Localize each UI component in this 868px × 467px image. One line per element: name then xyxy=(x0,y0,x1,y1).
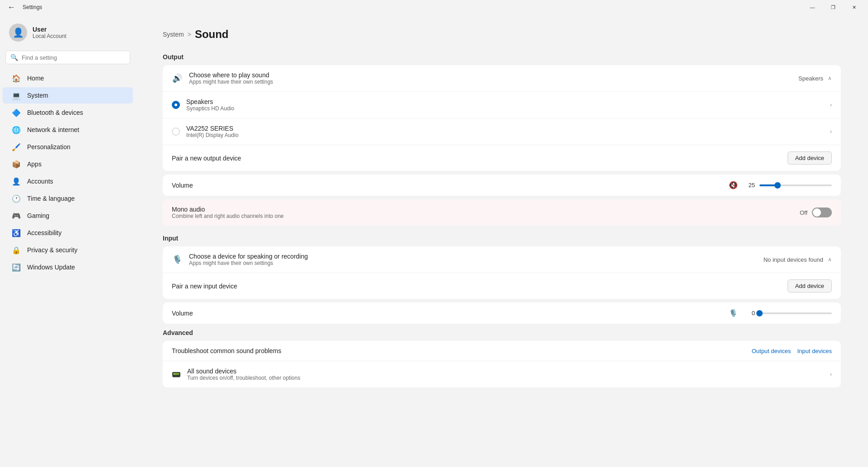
output-mute-icon[interactable]: 🔇 xyxy=(729,181,738,189)
troubleshoot-row: Troubleshoot common sound problems Outpu… xyxy=(163,341,841,361)
back-button[interactable]: ← xyxy=(4,1,19,14)
sidebar-item-home[interactable]: 🏠 Home xyxy=(3,70,133,86)
content-area: System > Sound Output 🔊 Choose where to … xyxy=(136,14,868,467)
user-info: User Local Account xyxy=(33,26,66,39)
input-chevron-up-icon: ∧ xyxy=(828,256,832,263)
input-volume-value: 0 xyxy=(742,310,755,316)
output-volume-slider[interactable] xyxy=(760,184,832,186)
advanced-card: Troubleshoot common sound problems Outpu… xyxy=(163,341,841,387)
input-volume-slider[interactable] xyxy=(760,312,832,314)
titlebar: ← Settings — ❐ ✕ xyxy=(0,0,868,14)
va2252-radio[interactable] xyxy=(172,127,180,136)
output-device-card: 🔊 Choose where to play sound Apps might … xyxy=(163,65,841,171)
mono-toggle-thumb xyxy=(813,208,821,217)
page-title: Sound xyxy=(195,28,229,41)
pair-output-row: Pair a new output device Add device xyxy=(163,145,841,171)
accounts-icon: 👤 xyxy=(12,177,21,186)
restore-button[interactable]: ❐ xyxy=(823,0,844,14)
output-devices-link[interactable]: Output devices xyxy=(752,348,791,354)
sidebar-item-privacy[interactable]: 🔒 Privacy & security xyxy=(3,242,133,258)
bluetooth-icon: 🔷 xyxy=(12,108,21,117)
output-volume-value: 25 xyxy=(742,182,755,189)
breadcrumb-parent[interactable]: System xyxy=(163,31,184,38)
titlebar-title: Settings xyxy=(23,4,42,10)
close-button[interactable]: ✕ xyxy=(844,0,864,14)
choose-input-label: Choose a device for speaking or recordin… xyxy=(189,253,757,260)
chevron-up-icon: ∧ xyxy=(828,75,832,81)
choose-input-sub: Apps might have their own settings xyxy=(189,260,757,266)
sidebar-item-gaming[interactable]: 🎮 Gaming xyxy=(3,208,133,224)
sidebar-item-system[interactable]: 💻 System xyxy=(3,87,133,104)
speakers-chevron-icon: › xyxy=(830,102,832,108)
input-volume-thumb[interactable] xyxy=(756,310,763,316)
speakers-sub: Synaptics HD Audio xyxy=(186,105,824,112)
sidebar-item-time-label: Time & language xyxy=(27,195,75,202)
sidebar-item-privacy-label: Privacy & security xyxy=(27,246,77,254)
choose-input-value: No input devices found xyxy=(764,256,823,263)
speakers-radio[interactable] xyxy=(172,101,180,109)
all-devices-label: All sound devices xyxy=(187,368,824,375)
sidebar-item-network[interactable]: 🌐 Network & internet xyxy=(3,122,133,138)
all-devices-sub: Turn devices on/off, troubleshoot, other… xyxy=(187,375,824,381)
mono-audio-sub: Combine left and right audio channels in… xyxy=(172,213,793,219)
sidebar: 👤 User Local Account 🔍 🏠 Home 💻 System 🔷… xyxy=(0,14,136,467)
all-devices-icon: 📟 xyxy=(172,370,181,379)
sidebar-item-personalization-label: Personalization xyxy=(27,143,71,151)
all-devices-chevron-icon: › xyxy=(830,371,832,377)
sidebar-item-home-label: Home xyxy=(27,75,44,82)
sidebar-item-accounts-label: Accounts xyxy=(27,178,53,185)
user-name: User xyxy=(33,26,66,33)
sidebar-item-time[interactable]: 🕐 Time & language xyxy=(3,190,133,207)
breadcrumb: System > Sound xyxy=(163,28,841,41)
apps-icon: 📦 xyxy=(12,160,21,169)
speakers-row[interactable]: Speakers Synaptics HD Audio › xyxy=(163,92,841,118)
input-volume-label: Volume xyxy=(172,310,722,317)
output-volume-label: Volume xyxy=(172,182,722,189)
titlebar-controls: — ❐ ✕ xyxy=(802,0,864,14)
system-icon: 💻 xyxy=(12,91,21,100)
sidebar-item-apps-label: Apps xyxy=(27,160,42,168)
speakers-label: Speakers xyxy=(186,98,824,105)
va2252-sub: Intel(R) Display Audio xyxy=(186,132,824,138)
sidebar-item-system-label: System xyxy=(27,92,48,99)
choose-output-value: Speakers xyxy=(798,75,823,82)
advanced-section-title: Advanced xyxy=(163,329,841,336)
search-box[interactable]: 🔍 xyxy=(5,51,130,64)
network-icon: 🌐 xyxy=(12,125,21,134)
gaming-icon: 🎮 xyxy=(12,211,21,220)
input-section-title: Input xyxy=(163,235,841,242)
mono-toggle[interactable] xyxy=(812,208,832,217)
output-volume-thumb[interactable] xyxy=(774,182,781,189)
add-output-device-button[interactable]: Add device xyxy=(788,151,832,165)
input-devices-link[interactable]: Input devices xyxy=(797,348,832,354)
time-icon: 🕐 xyxy=(12,194,21,203)
mono-toggle-state: Off xyxy=(800,209,807,216)
pair-input-label: Pair a new input device xyxy=(172,283,781,290)
breadcrumb-separator: > xyxy=(188,31,191,38)
choose-output-sub: Apps might have their own settings xyxy=(189,79,792,85)
input-device-card: 🎙️ Choose a device for speaking or recor… xyxy=(163,246,841,299)
search-input[interactable] xyxy=(22,54,125,61)
sidebar-item-personalization[interactable]: 🖌️ Personalization xyxy=(3,139,133,155)
sidebar-item-accounts[interactable]: 👤 Accounts xyxy=(3,173,133,189)
sidebar-item-apps[interactable]: 📦 Apps xyxy=(3,156,133,172)
pair-input-row: Pair a new input device Add device xyxy=(163,273,841,299)
sidebar-item-bluetooth-label: Bluetooth & devices xyxy=(27,109,83,116)
all-devices-row[interactable]: 📟 All sound devices Turn devices on/off,… xyxy=(163,361,841,387)
privacy-icon: 🔒 xyxy=(12,245,21,255)
home-icon: 🏠 xyxy=(12,74,21,83)
minimize-button[interactable]: — xyxy=(802,0,823,14)
add-input-device-button[interactable]: Add device xyxy=(788,279,832,292)
accessibility-icon: ♿ xyxy=(12,228,21,237)
update-icon: 🔄 xyxy=(12,263,21,272)
troubleshoot-label: Troubleshoot common sound problems xyxy=(172,347,745,354)
sidebar-item-update[interactable]: 🔄 Windows Update xyxy=(3,259,133,275)
va2252-row[interactable]: VA2252 SERIES Intel(R) Display Audio › xyxy=(163,118,841,145)
sidebar-item-bluetooth[interactable]: 🔷 Bluetooth & devices xyxy=(3,104,133,121)
sidebar-item-accessibility[interactable]: ♿ Accessibility xyxy=(3,225,133,241)
va2252-label: VA2252 SERIES xyxy=(186,125,824,132)
choose-input-row: 🎙️ Choose a device for speaking or recor… xyxy=(163,246,841,273)
input-mic-icon[interactable]: 🎙️ xyxy=(729,309,738,317)
user-type: Local Account xyxy=(33,33,66,39)
choose-output-row: 🔊 Choose where to play sound Apps might … xyxy=(163,65,841,92)
